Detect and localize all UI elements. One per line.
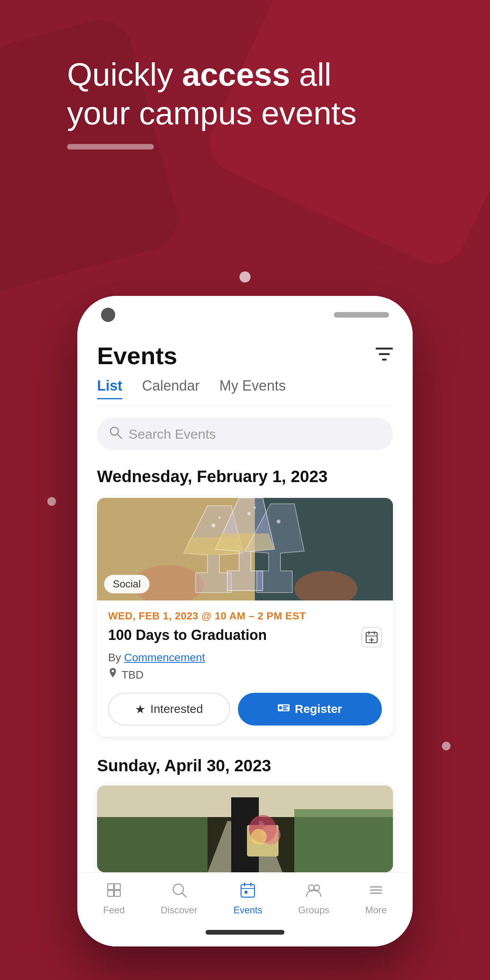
app-header: Events (97, 330, 393, 378)
date-header-1: Wednesday, February 1, 2023 (97, 466, 393, 488)
event-title-row-1: 100 Days to Graduation (108, 627, 382, 647)
svg-point-18 (277, 520, 281, 524)
organizer-link[interactable]: Commencement (124, 651, 205, 664)
nav-label-groups: Groups (298, 905, 329, 916)
svg-rect-29 (283, 709, 288, 711)
location-pin-icon (108, 668, 118, 683)
ticket-icon (277, 701, 290, 717)
calendar-add-icon[interactable] (361, 627, 382, 647)
hero-text: Quickly access all your campus events (67, 55, 357, 133)
nav-item-discover[interactable]: Discover (161, 882, 197, 916)
event-image-1: Social (97, 498, 393, 600)
nav-item-more[interactable]: More (365, 882, 387, 916)
app-content: Events List Calendar My Events (77, 330, 413, 872)
phone-bottom-bar (77, 924, 413, 946)
event-details-1: WED, FEB 1, 2023 @ 10 AM – 2 PM EST 100 … (97, 600, 393, 737)
tab-bar: List Calendar My Events (97, 378, 393, 406)
tab-my-events[interactable]: My Events (219, 378, 286, 399)
interested-button[interactable]: ★ Interested (108, 693, 230, 726)
svg-point-26 (279, 706, 282, 709)
svg-point-37 (251, 829, 267, 845)
nav-label-events: Events (234, 905, 262, 916)
nav-item-feed[interactable]: Feed (103, 882, 125, 916)
page-title: Events (97, 342, 177, 370)
svg-rect-0 (376, 348, 393, 350)
svg-rect-1 (379, 353, 390, 355)
svg-rect-2 (382, 359, 387, 361)
nav-item-events[interactable]: Events (234, 882, 262, 916)
event-organizer-1: By Commencement (108, 651, 382, 664)
phone-camera (101, 308, 115, 322)
filter-icon[interactable] (376, 346, 393, 366)
event-location-1: TBD (108, 668, 382, 683)
svg-rect-43 (114, 890, 120, 896)
search-bar[interactable]: Search Events (97, 418, 393, 450)
social-badge: Social (104, 575, 150, 593)
dot-left (47, 497, 56, 506)
tab-list[interactable]: List (97, 378, 122, 399)
svg-rect-46 (241, 885, 254, 897)
nav-label-feed: Feed (103, 905, 125, 916)
svg-rect-42 (108, 890, 114, 896)
groups-icon (306, 882, 322, 901)
tab-calendar[interactable]: Calendar (142, 378, 200, 399)
nav-item-groups[interactable]: Groups (298, 882, 329, 916)
hero-section: Quickly access all your campus events (67, 55, 357, 150)
feed-icon (106, 882, 122, 901)
date-header-2: Sunday, April 30, 2023 (97, 756, 393, 775)
event-card-2[interactable] (97, 785, 393, 872)
svg-rect-41 (114, 884, 120, 890)
svg-point-14 (211, 524, 215, 527)
event-image-2 (97, 785, 393, 872)
svg-line-45 (182, 893, 186, 897)
svg-point-16 (247, 512, 251, 515)
hero-underline (67, 144, 154, 150)
svg-point-52 (314, 885, 320, 890)
register-button[interactable]: Register (238, 693, 382, 726)
hero-line1-start: Quickly (67, 56, 182, 92)
nav-label-more: More (365, 905, 387, 916)
svg-point-44 (173, 884, 183, 894)
star-icon: ★ (135, 702, 146, 716)
event-datetime-1: WED, FEB 1, 2023 @ 10 AM – 2 PM EST (108, 610, 382, 622)
hero-line2: your campus events (67, 95, 357, 131)
search-placeholder: Search Events (129, 426, 216, 442)
svg-line-4 (118, 434, 122, 438)
svg-rect-40 (108, 884, 114, 890)
dot-right (442, 742, 451, 750)
home-indicator (206, 930, 284, 935)
events-icon (240, 882, 256, 901)
event-card-1[interactable]: Social WED, FEB 1, 2023 @ 10 AM – 2 PM E… (97, 498, 393, 737)
phone-mockup: Events List Calendar My Events (77, 296, 413, 946)
svg-point-51 (309, 885, 314, 890)
location-text-1: TBD (122, 669, 144, 681)
phone-notch (334, 312, 389, 318)
svg-rect-28 (283, 707, 287, 709)
svg-rect-38 (294, 809, 393, 872)
svg-rect-39 (97, 817, 208, 872)
nav-label-discover: Discover (161, 905, 197, 916)
hero-bold: access (182, 56, 290, 92)
discover-icon (171, 882, 187, 901)
bottom-navigation: Feed Discover Events (77, 872, 413, 924)
more-icon (368, 882, 384, 901)
phone-top-bar (77, 296, 413, 330)
event-name-1: 100 Days to Graduation (108, 627, 361, 643)
svg-point-15 (218, 516, 221, 519)
event-actions-1: ★ Interested (108, 693, 382, 726)
svg-point-17 (254, 507, 256, 509)
dot-center (239, 271, 251, 282)
search-icon (109, 426, 122, 442)
hero-line1-end: all (290, 56, 331, 92)
svg-rect-27 (283, 705, 288, 707)
svg-rect-50 (245, 891, 247, 894)
